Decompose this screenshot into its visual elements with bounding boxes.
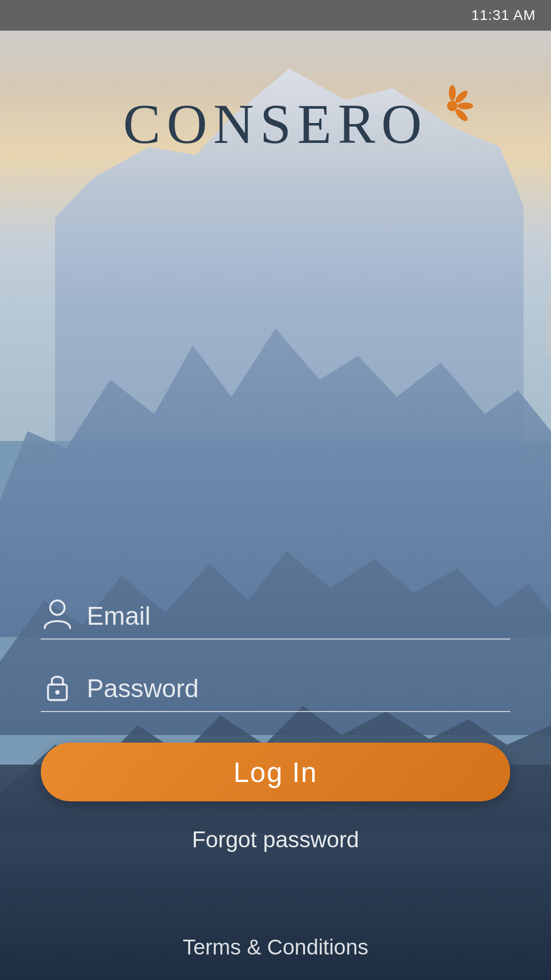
logo-area: CONSERO xyxy=(123,92,428,157)
email-input-group xyxy=(41,598,510,640)
terms-conditions-link[interactable]: Terms & Conditions xyxy=(183,935,368,959)
scroll-indicator xyxy=(547,294,551,355)
password-input[interactable] xyxy=(87,674,510,703)
svg-point-5 xyxy=(50,600,64,615)
status-bar-text: 11:31 AM xyxy=(471,7,536,23)
password-input-group xyxy=(41,670,510,712)
app-logo-text: CONSERO xyxy=(123,92,428,157)
user-icon xyxy=(41,598,74,631)
login-button[interactable]: Log In xyxy=(41,743,510,801)
main-content: CONSERO xyxy=(0,31,551,980)
svg-point-4 xyxy=(447,101,457,111)
forgot-password-link[interactable]: Forgot password xyxy=(192,827,359,852)
login-form: Log In Forgot password xyxy=(0,598,551,852)
email-input[interactable] xyxy=(87,601,510,631)
lock-icon xyxy=(41,670,74,703)
terms-footer: Terms & Conditions xyxy=(0,935,551,960)
status-bar: 11:31 AM xyxy=(0,0,551,31)
svg-point-7 xyxy=(55,690,60,695)
logo-snowflake-icon xyxy=(431,84,474,128)
svg-point-0 xyxy=(448,85,456,101)
svg-point-2 xyxy=(457,103,473,110)
